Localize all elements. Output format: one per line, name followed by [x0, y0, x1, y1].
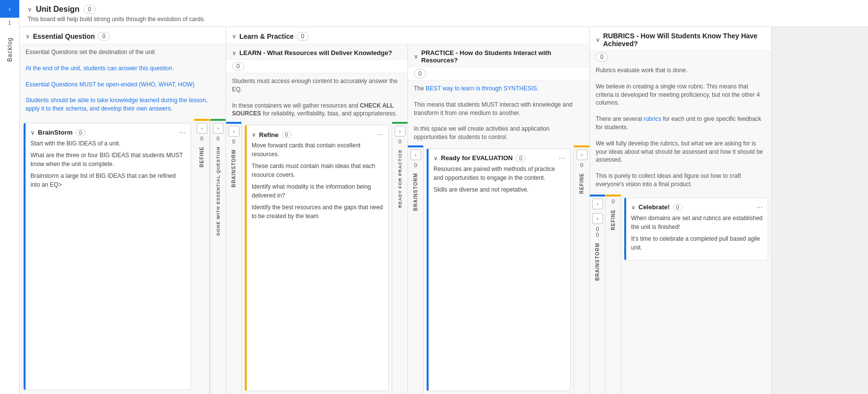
learn-badge: 0 — [232, 62, 244, 71]
eq-collapse-icon[interactable]: ∨ — [26, 33, 30, 40]
practice-brainstorm-count: 0 — [414, 162, 417, 168]
celebrate-card-header: ∨ Celebrate! 0 ··· — [631, 203, 763, 212]
evaluation-count: 0 — [516, 155, 525, 162]
learn-practice-side-col: › 0 Ready for PRACTICE — [392, 122, 407, 394]
learn-practice-color-bar — [392, 122, 407, 124]
learn-collapse-icon[interactable]: ∨ — [232, 50, 236, 56]
practice-brainstorm-color-bar — [408, 145, 423, 147]
board-title: Unit Design — [36, 5, 80, 14]
rubrics-brainstorm-count-2: 0 — [596, 232, 599, 238]
eq-column-badge: 0 — [98, 32, 110, 41]
rubrics-brainstorm-arrow-2[interactable]: › — [592, 213, 603, 224]
eq-refine-arrow[interactable]: › — [197, 123, 207, 134]
essential-question-column: ∨ Essential Question 0 Essential Questio… — [20, 27, 226, 394]
rubrics-desc-3: There are several rubrics for each unit … — [590, 111, 771, 136]
rubrics-brainstorm-count: 0 — [596, 226, 599, 232]
rubrics-column-header: ∨ RUBRICS - How Will Students Know They … — [590, 27, 771, 51]
rubrics-badge: 0 — [596, 53, 608, 61]
brainstorm-menu-button[interactable]: ··· — [179, 128, 186, 137]
eq-column-header: ∨ Essential Question 0 — [20, 27, 226, 44]
eq-done-arrow[interactable]: › — [213, 123, 224, 134]
rubrics-brainstorm-arrow-1[interactable]: › — [592, 198, 603, 209]
practice-desc-1: The BEST way to learn is through SYNTHES… — [408, 81, 589, 97]
sidebar-backlog-label[interactable]: Backlog — [6, 37, 13, 62]
learn-refine-title: Refine — [259, 131, 279, 139]
practice-refine-label: Refine — [579, 173, 584, 194]
celebrate-collapse-icon[interactable]: ∨ — [631, 204, 636, 211]
rubrics-column: ∨ RUBRICS - How Will Students Know They … — [590, 27, 772, 394]
brainstorm-text-2: What are the three or four BIG IDEAS tha… — [30, 151, 186, 169]
practice-collapse-icon[interactable]: ∨ — [414, 53, 418, 60]
learn-refine-text-2: These cards must contain main ideas that… — [252, 162, 383, 179]
board-subtitle: This board will help build strong units … — [28, 16, 860, 23]
celebrate-count: 0 — [673, 204, 683, 211]
evaluation-collapse-icon[interactable]: ∨ — [434, 155, 438, 162]
eq-desc-2: At the end of the unit, students can ans… — [20, 60, 226, 77]
eq-done-count: 0 — [216, 136, 219, 141]
collapse-icon[interactable]: ∨ — [28, 6, 32, 13]
sidebar-number: 1 — [8, 18, 11, 28]
sidebar-arrow-button[interactable]: › — [0, 0, 19, 18]
celebrate-title: Celebrate! — [638, 203, 670, 211]
eq-refine-side-col: › 0 Refine — [194, 119, 210, 394]
celebrate-menu-button[interactable]: ··· — [756, 203, 763, 212]
rubrics-desc-1: Rubrics evaluate work that is done. — [590, 62, 771, 79]
eq-done-side-col: › 0 Done with Essential Question — [210, 119, 226, 394]
brainstorm-text-1: Start with the BIG IDEAS of a unit. — [30, 139, 186, 148]
eq-refine-count: 0 — [200, 136, 203, 141]
lp-column-title: Learn & Practice — [239, 32, 294, 40]
practice-brainstorm-arrow[interactable]: › — [410, 149, 421, 160]
rubrics-desc-5: This is purely to collect ideas and figu… — [590, 168, 771, 193]
rubrics-brainstorm-side-col: › › 0 0 BRAINSTORM — [590, 195, 606, 394]
eq-desc-3: Essential Questions MUST be open-ended (… — [20, 77, 226, 93]
brainstorm-card: ∨ BrainStorm 0 ··· Start with the BIG ID… — [24, 123, 191, 390]
evaluation-card: ∨ Ready for EVALUATION 0 ··· Resources a… — [427, 148, 571, 391]
brainstorm-text-3: Brainstorm a large list of BIG IDEAS tha… — [30, 171, 186, 189]
brainstorm-title-row: ∨ BrainStorm 0 — [30, 129, 86, 136]
brainstorm-card-header: ∨ BrainStorm 0 ··· — [30, 128, 186, 137]
practice-badge-row: 0 — [408, 67, 589, 81]
practice-refine-arrow[interactable]: › — [577, 149, 587, 160]
learn-refine-collapse-icon[interactable]: ∨ — [252, 131, 256, 138]
kanban-board: ∨ Essential Question 0 Essential Questio… — [20, 27, 868, 394]
evaluation-title-row: ∨ Ready for EVALUATION 0 — [434, 154, 525, 162]
learn-refine-count: 0 — [282, 131, 291, 138]
learn-refine-text-4: Identify the best resources and the gaps… — [252, 203, 383, 221]
evaluation-title: Ready for EVALUATION — [441, 154, 513, 162]
learn-brainstorm-side-col: › 0 BRAINSTORM — [226, 122, 242, 394]
practice-desc-2: This means that students MUST interact w… — [408, 97, 589, 121]
lp-column-badge: 0 — [297, 32, 309, 41]
rubrics-refine-color-bar — [606, 195, 621, 197]
learn-refine-text-3: Identify what modality is the informatio… — [252, 182, 383, 200]
rubrics-collapse-icon[interactable]: ∨ — [596, 36, 600, 43]
learn-desc-2: In these containers we will gather resou… — [226, 98, 407, 122]
learn-refine-menu-button[interactable]: ··· — [377, 130, 383, 139]
practice-refine-color-bar — [574, 145, 589, 147]
practice-brainstorm-side-col: › 0 BRAINSTORM — [408, 145, 424, 394]
evaluation-menu-button[interactable]: ··· — [559, 154, 565, 163]
learn-practice-column: ∨ Learn & Practice 0 ∨ LEARN - What Reso… — [226, 27, 590, 394]
header-title-row: ∨ Unit Design 0 — [28, 5, 860, 14]
eq-refine-label: Refine — [199, 146, 204, 168]
learn-refine-card-header: ∨ Refine 0 ··· — [252, 130, 383, 139]
practice-sub-header: ∨ PRACTICE - How do Students Interact wi… — [408, 44, 589, 67]
learn-refine-card: ∨ Refine 0 ··· Move forward cards that c… — [245, 125, 389, 391]
brainstorm-collapse-icon[interactable]: ∨ — [30, 129, 35, 136]
rubrics-desc-2: We believe in creating a single row rubr… — [590, 79, 771, 111]
practice-badge: 0 — [414, 69, 426, 78]
practice-title: PRACTICE - How do Students Interact with… — [421, 49, 583, 64]
learn-practice-count: 0 — [398, 139, 401, 144]
learn-brainstorm-label: BRAINSTORM — [231, 149, 236, 188]
rubrics-refine-side-col: 0 Refine — [606, 195, 621, 394]
learn-title: LEARN - What Resources will Deliver Know… — [239, 49, 392, 56]
eq-done-color-bar — [210, 119, 226, 121]
learn-brainstorm-arrow[interactable]: › — [229, 126, 239, 137]
learn-practice-arrow[interactable]: › — [395, 126, 405, 137]
rubrics-refine-count: 0 — [611, 198, 614, 204]
practice-refine-count: 0 — [580, 162, 583, 168]
main-content: ∨ Unit Design 0 This board will help bui… — [20, 0, 868, 394]
eq-refine-color-bar — [194, 119, 209, 121]
lp-collapse-icon[interactable]: ∨ — [232, 33, 236, 40]
eq-desc-1: Essential Questions set the destination … — [20, 44, 226, 60]
celebrate-title-row: ∨ Celebrate! 0 — [631, 203, 683, 211]
